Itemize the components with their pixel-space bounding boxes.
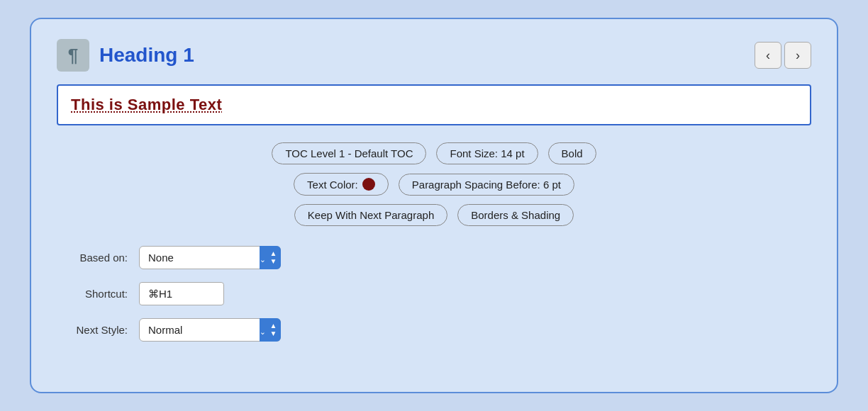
header-left: ¶ Heading 1	[57, 39, 194, 72]
badge-toc: TOC Level 1 - Default TOC	[272, 142, 426, 164]
badges-area: TOC Level 1 - Default TOC Font Size: 14 …	[57, 142, 811, 226]
text-color-dot	[362, 178, 375, 191]
badges-row-3: Keep With Next Paragraph Borders & Shadi…	[294, 204, 574, 226]
prev-button[interactable]: ‹	[755, 42, 781, 69]
shortcut-row: Shortcut:	[64, 282, 811, 305]
paragraph-icon: ¶	[57, 39, 89, 72]
badges-row-2: Text Color: Paragraph Spacing Before: 6 …	[294, 173, 574, 196]
next-style-select-wrapper: Normal Heading 1 Heading 2 Body ▲ ▼	[139, 318, 281, 342]
dialog-header: ¶ Heading 1 ‹ ›	[57, 39, 811, 72]
shortcut-label: Shortcut:	[64, 288, 128, 300]
style-dialog: ¶ Heading 1 ‹ › This is Sample Text TOC …	[30, 18, 838, 393]
form-area: Based on: None Default Paragraph Style B…	[57, 246, 811, 342]
nav-buttons: ‹ ›	[755, 42, 811, 69]
based-on-select[interactable]: None Default Paragraph Style Body	[139, 246, 281, 269]
badge-bold: Bold	[548, 142, 596, 164]
badge-borders: Borders & Shading	[457, 204, 574, 226]
badge-spacing: Paragraph Spacing Before: 6 pt	[399, 174, 574, 196]
next-button[interactable]: ›	[784, 42, 811, 69]
based-on-select-wrapper: None Default Paragraph Style Body ▲ ▼	[139, 246, 281, 269]
sample-text-box: This is Sample Text	[57, 84, 811, 125]
next-style-row: Next Style: Normal Heading 1 Heading 2 B…	[64, 318, 811, 342]
badge-fontsize: Font Size: 14 pt	[436, 142, 538, 164]
next-style-select[interactable]: Normal Heading 1 Heading 2 Body	[139, 318, 281, 342]
based-on-row: Based on: None Default Paragraph Style B…	[64, 246, 811, 269]
next-style-label: Next Style:	[64, 324, 128, 336]
badge-textcolor: Text Color:	[294, 173, 389, 196]
sample-text: This is Sample Text	[71, 96, 222, 113]
shortcut-input[interactable]	[139, 282, 224, 305]
badge-keepwith: Keep With Next Paragraph	[294, 204, 447, 226]
based-on-label: Based on:	[64, 252, 128, 264]
dialog-title: Heading 1	[99, 44, 194, 67]
badges-row-1: TOC Level 1 - Default TOC Font Size: 14 …	[272, 142, 596, 164]
